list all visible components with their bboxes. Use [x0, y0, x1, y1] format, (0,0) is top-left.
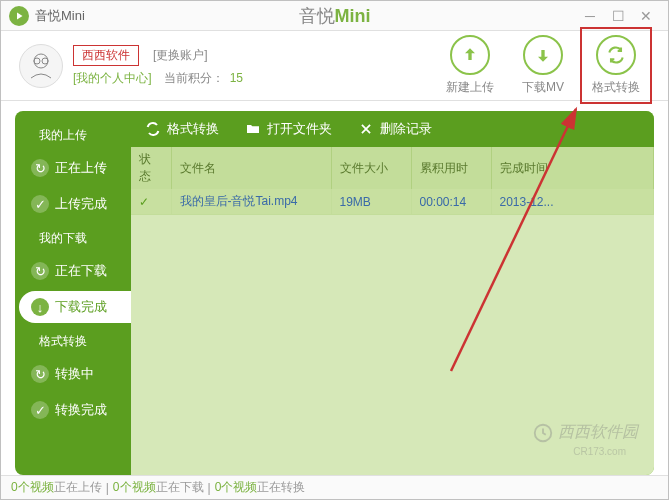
cell-status: ✓ — [131, 189, 171, 215]
download-icon — [523, 35, 563, 75]
maximize-button[interactable]: ☐ — [604, 5, 632, 27]
convert-label: 格式转换 — [592, 79, 640, 96]
col-finishtime[interactable]: 完成时间 — [491, 147, 654, 189]
table-row[interactable]: ✓ 我的皇后-音悦Tai.mp4 19MB 00:00:14 2013-12..… — [131, 189, 654, 215]
title-text: 音悦Mini — [35, 7, 85, 25]
converting-icon: ↻ — [31, 365, 49, 383]
svg-point-1 — [34, 58, 40, 64]
convert-done-icon: ✓ — [31, 401, 49, 419]
sidebar-item-download-done[interactable]: ↓下载完成 — [19, 291, 131, 323]
brand-center: 音悦Mini — [299, 4, 371, 28]
col-filesize[interactable]: 文件大小 — [331, 147, 411, 189]
sidebar-item-upload-done[interactable]: ✓上传完成 — [19, 188, 131, 220]
svg-point-2 — [42, 58, 48, 64]
status-downloading: 0个视频正在下载 — [113, 479, 204, 496]
check-icon: ✓ — [31, 195, 49, 213]
close-button[interactable]: ✕ — [632, 5, 660, 27]
status-bar: 0个视频正在上传 | 0个视频正在下载 | 0个视频正在转换 — [1, 475, 668, 499]
personal-center-link[interactable]: [我的个人中心] — [73, 70, 152, 87]
header: 西西软件 [更换账户] [我的个人中心] 当前积分：15 新建上传 下载MV 格… — [1, 31, 668, 101]
file-table: 状态 文件名 文件大小 累积用时 完成时间 ✓ 我的皇后-音悦Tai.mp4 1… — [131, 147, 654, 215]
folder-icon — [245, 121, 261, 137]
sidebar-group-download: 我的下载 — [15, 222, 131, 253]
status-uploading: 0个视频正在上传 — [11, 479, 102, 496]
upload-label: 新建上传 — [446, 79, 494, 96]
col-elapsed[interactable]: 累积用时 — [411, 147, 491, 189]
check-icon: ✓ — [139, 195, 149, 209]
cell-elapsed: 00:00:14 — [411, 189, 491, 215]
sidebar-item-convert-done[interactable]: ✓转换完成 — [19, 394, 131, 426]
status-converting: 0个视频正在转换 — [215, 479, 306, 496]
cell-filename: 我的皇后-音悦Tai.mp4 — [171, 189, 331, 215]
titlebar: 音悦Mini 音悦Mini ─ ☐ ✕ — [1, 1, 668, 31]
brand-tag: 西西软件 — [73, 45, 139, 66]
cell-finishtime: 2013-12... — [491, 189, 654, 215]
toolbar-delete-button[interactable]: 删除记录 — [358, 120, 432, 138]
col-status[interactable]: 状态 — [131, 147, 171, 189]
header-actions: 新建上传 下载MV 格式转换 — [446, 35, 640, 96]
user-info: 西西软件 [更换账户] [我的个人中心] 当前积分：15 — [73, 45, 243, 87]
refresh-icon — [145, 121, 161, 137]
avatar[interactable] — [19, 44, 63, 88]
uploading-icon: ↻ — [31, 159, 49, 177]
points-label: 当前积分：15 — [164, 70, 243, 87]
toolbar-convert-button[interactable]: 格式转换 — [145, 120, 219, 138]
minimize-button[interactable]: ─ — [576, 5, 604, 27]
col-filename[interactable]: 文件名 — [171, 147, 331, 189]
format-convert-button[interactable]: 格式转换 — [580, 27, 652, 104]
switch-account-link[interactable]: [更换账户] — [153, 47, 208, 64]
sidebar-group-upload: 我的上传 — [15, 119, 131, 150]
download-done-icon: ↓ — [31, 298, 49, 316]
cell-filesize: 19MB — [331, 189, 411, 215]
app-window: 音悦Mini 音悦Mini ─ ☐ ✕ 西西软件 [更换账户] [我的个人中心]… — [0, 0, 669, 500]
downloading-icon: ↻ — [31, 262, 49, 280]
content-toolbar: 格式转换 打开文件夹 删除记录 — [131, 111, 654, 147]
watermark: 西西软件园 — [532, 422, 638, 444]
delete-icon — [358, 121, 374, 137]
main-area: 我的上传 ↻正在上传 ✓上传完成 我的下载 ↻正在下载 ↓下载完成 格式转换 ↻… — [1, 101, 668, 475]
download-label: 下载MV — [522, 79, 564, 96]
sidebar-item-downloading[interactable]: ↻正在下载 — [19, 255, 131, 287]
sidebar: 我的上传 ↻正在上传 ✓上传完成 我的下载 ↻正在下载 ↓下载完成 格式转换 ↻… — [15, 111, 131, 475]
svg-point-0 — [34, 54, 48, 68]
watermark-sub: CR173.com — [573, 446, 626, 457]
sidebar-item-converting[interactable]: ↻转换中 — [19, 358, 131, 390]
content-panel: 格式转换 打开文件夹 删除记录 状态 文件名 文件大小 累积用时 完成时间 — [131, 111, 654, 475]
download-mv-button[interactable]: 下载MV — [522, 35, 564, 96]
app-logo-icon — [9, 6, 29, 26]
sidebar-item-uploading[interactable]: ↻正在上传 — [19, 152, 131, 184]
sidebar-group-convert: 格式转换 — [15, 325, 131, 356]
window-controls: ─ ☐ ✕ — [576, 5, 660, 27]
toolbar-openfolder-button[interactable]: 打开文件夹 — [245, 120, 332, 138]
new-upload-button[interactable]: 新建上传 — [446, 35, 494, 96]
convert-icon — [596, 35, 636, 75]
upload-icon — [450, 35, 490, 75]
table-header-row: 状态 文件名 文件大小 累积用时 完成时间 — [131, 147, 654, 189]
